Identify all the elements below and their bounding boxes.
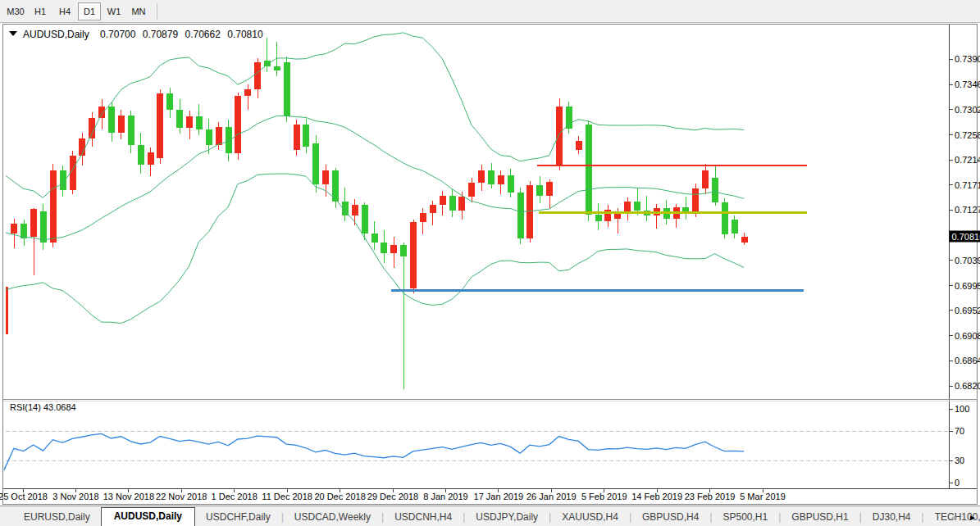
chart-tab-usdjpy-daily[interactable]: USDJPY,Daily xyxy=(465,509,549,526)
candle xyxy=(362,205,368,234)
chart-tab-audusd-daily[interactable]: AUDUSD,Daily xyxy=(101,507,195,526)
candle xyxy=(148,152,154,165)
candle xyxy=(526,185,533,238)
date-tick-label: 3 Nov 2018 xyxy=(52,492,98,501)
candle xyxy=(478,170,485,183)
candle xyxy=(244,89,251,96)
date-tick-label: 11 Dec 2018 xyxy=(262,492,312,501)
candle xyxy=(138,145,144,165)
rsi-indicator-label: RSI(14) 43.0684 xyxy=(10,402,76,412)
chart-tab-xauusd-h4[interactable]: XAUUSD,H4 xyxy=(551,509,629,526)
chart-title-low: 0.70662 xyxy=(185,29,221,40)
date-tick-label: 5 Mar 2019 xyxy=(740,492,786,501)
candle xyxy=(11,224,17,234)
candle xyxy=(322,170,329,184)
date-tick-label: 26 Jan 2019 xyxy=(526,492,577,501)
chart-tab-usdchf-daily[interactable]: USDCHF,Daily xyxy=(195,509,281,526)
candle xyxy=(440,196,446,205)
candle xyxy=(352,205,358,215)
date-tick-label: 5 Feb 2019 xyxy=(581,492,627,501)
mt4-window: M30H1H4D1W1MN 0.739000.734600.730200.725… xyxy=(0,0,980,526)
candle xyxy=(216,127,222,145)
candle xyxy=(488,170,495,184)
chart-tab-gbpusd-h1[interactable]: GBPUSD,H1 xyxy=(781,509,859,526)
date-tick-label: 13 Nov 2018 xyxy=(103,492,154,501)
rsi-tick-label: 0 xyxy=(955,478,959,487)
tabs-scroll-arrows: ◄ ► xyxy=(949,514,977,522)
price-tick-label: 0.68640 xyxy=(955,356,980,365)
candle xyxy=(702,170,709,188)
date-tick-label: 29 Dec 2018 xyxy=(367,492,418,501)
candle xyxy=(586,125,592,215)
price-tick-label: 0.69520 xyxy=(955,306,980,315)
chart-tab-gbpusd-h4[interactable]: GBPUSD,H4 xyxy=(631,509,709,526)
candle xyxy=(430,205,436,213)
candle xyxy=(206,129,212,146)
chart-tab-usdcnh-h4[interactable]: USDCNH,H4 xyxy=(384,509,463,526)
price-tick-label: 0.68200 xyxy=(955,381,980,391)
candle xyxy=(157,93,163,157)
candle xyxy=(371,234,378,243)
date-tick-label: 14 Feb 2019 xyxy=(631,492,682,501)
candle xyxy=(468,183,475,197)
price-tick-label: 0.73460 xyxy=(955,79,980,89)
candle xyxy=(449,196,456,211)
candle xyxy=(722,202,728,234)
candle xyxy=(166,93,173,110)
candle xyxy=(303,125,309,147)
chart-title-open: 0.70700 xyxy=(100,29,136,40)
chart-tab-dj30-h4[interactable]: DJ30,H4 xyxy=(862,509,922,526)
candle xyxy=(508,175,514,193)
candle xyxy=(634,202,640,211)
candle xyxy=(741,237,748,243)
candle xyxy=(420,213,426,222)
date-tick-label: 8 Jan 2019 xyxy=(423,492,467,501)
candle xyxy=(294,125,300,150)
svg-text:0.70810: 0.70810 xyxy=(952,232,980,242)
price-tick-label: 0.69080 xyxy=(955,331,980,341)
chart-tabs-bar: EURUSD,DailyAUDUSD,DailyUSDCHF,Daily|USD… xyxy=(0,506,980,526)
candle xyxy=(458,197,465,211)
chart-title-close: 0.70810 xyxy=(227,29,263,40)
candle xyxy=(381,243,387,253)
price-tick-label: 0.73020 xyxy=(955,105,980,115)
tabs-scroll-left-icon[interactable]: ◄ xyxy=(949,514,957,522)
chart-title-high: 0.70879 xyxy=(143,29,179,40)
candle xyxy=(235,96,241,153)
date-tick-label: 20 Dec 2018 xyxy=(314,492,365,501)
date-tick-label: 22 Nov 2018 xyxy=(156,492,207,501)
current-price-badge: 0.70810 xyxy=(950,231,980,243)
candle xyxy=(390,245,397,253)
date-tick-label: 17 Jan 2019 xyxy=(474,492,524,501)
candle xyxy=(186,116,193,128)
rsi-tick-label: 70 xyxy=(955,426,964,436)
candle xyxy=(196,116,203,129)
chart-tab-sp500-h1[interactable]: SP500,H1 xyxy=(713,509,779,526)
candle xyxy=(50,170,57,243)
rsi-tick-label: 100 xyxy=(955,404,969,414)
price-tick-label: 0.71270 xyxy=(955,205,980,215)
candle xyxy=(624,202,631,212)
candle xyxy=(576,141,582,150)
candle xyxy=(566,107,572,129)
price-tick-label: 0.70390 xyxy=(955,256,980,265)
candle xyxy=(21,224,27,238)
chart-tab-eurusd-daily[interactable]: EURUSD,Daily xyxy=(13,509,101,526)
candle xyxy=(556,107,563,166)
candle xyxy=(400,245,407,256)
price-tick-label: 0.69950 xyxy=(955,281,980,291)
candle xyxy=(712,178,718,202)
candle xyxy=(40,211,47,243)
candle xyxy=(176,110,183,128)
date-tick-label: 25 Oct 2018 xyxy=(0,492,48,501)
candle xyxy=(98,107,105,118)
candle xyxy=(128,116,134,145)
time-axis: 25 Oct 20183 Nov 201813 Nov 201822 Nov 2… xyxy=(0,489,786,501)
tabs-scroll-right-icon[interactable]: ► xyxy=(969,514,977,522)
chart-canvas[interactable]: 0.739000.734600.730200.725800.721400.717… xyxy=(0,0,980,506)
chart-title: AUDUSD,Daily 0.70700 0.70879 0.70662 0.7… xyxy=(23,29,263,40)
price-tick-label: 0.72580 xyxy=(955,130,980,140)
price-tick-label: 0.72140 xyxy=(955,155,980,165)
chart-tab-usdcad-weekly[interactable]: USDCAD,Weekly xyxy=(284,509,381,526)
candle xyxy=(546,182,553,196)
